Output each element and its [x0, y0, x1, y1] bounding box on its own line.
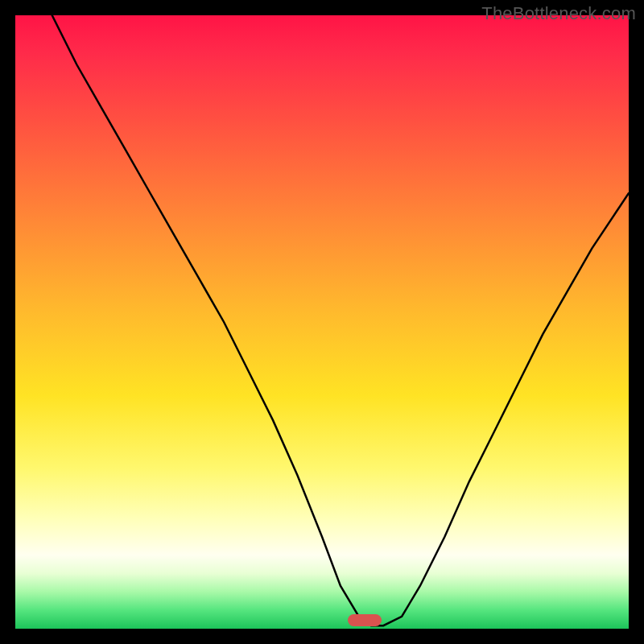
bottleneck-curve: [52, 15, 629, 625]
minimum-marker: [348, 614, 382, 625]
plot-area: [15, 15, 629, 629]
curve-layer: [15, 15, 629, 629]
chart-frame: TheBottleneck.com: [0, 0, 644, 644]
watermark-text: TheBottleneck.com: [481, 3, 636, 24]
